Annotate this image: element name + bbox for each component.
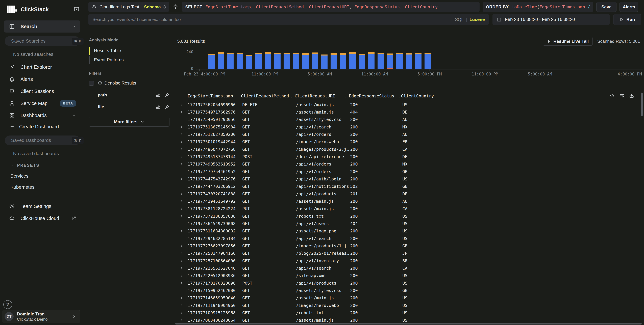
field-pin-icon[interactable] xyxy=(164,93,170,98)
histogram-bar[interactable] xyxy=(378,53,384,69)
more-filters-button[interactable]: More filters xyxy=(89,117,170,127)
collapse-sidebar-icon[interactable] xyxy=(74,6,80,12)
histogram-bar[interactable] xyxy=(236,53,243,69)
table-row[interactable]: 1771977257100864000GET/api/v1/inventory2… xyxy=(177,257,644,265)
table-row[interactable]: 1771977495137478144POST/docs/api-referen… xyxy=(177,153,644,160)
drag-handle-icon[interactable] xyxy=(237,94,240,98)
sidebar-item-chart-explorer[interactable]: Chart Explorer xyxy=(4,61,80,73)
view-source-icon[interactable] xyxy=(610,93,615,98)
user-menu[interactable]: DT Dominic Tran ClickStack Demo xyxy=(2,310,80,323)
expand-row-icon[interactable] xyxy=(180,147,184,151)
expand-row-icon[interactable] xyxy=(180,222,184,226)
field-chart-icon[interactable] xyxy=(156,93,161,98)
expand-row-icon[interactable] xyxy=(180,303,184,308)
table-row[interactable]: 1771977444703206912GET/api/v1/notificati… xyxy=(177,183,644,190)
create-dashboard-button[interactable]: Create Dashboard xyxy=(4,121,80,132)
expand-row-icon[interactable] xyxy=(180,214,184,218)
table-row[interactable]: 1771977429451649792GET/assets/main.js200… xyxy=(177,198,644,205)
expand-row-icon[interactable] xyxy=(180,259,184,263)
saved-dashboards-search[interactable]: ⌘ K xyxy=(5,135,80,145)
expand-row-icon[interactable] xyxy=(180,162,184,166)
table-row[interactable]: 1771977479754461952GET/api/v1/orders200G… xyxy=(177,168,644,175)
save-button[interactable]: Save xyxy=(596,2,616,12)
table-row[interactable]: 1771977496047072768GET/images/products/2… xyxy=(177,146,644,153)
sidebar-item-client-sessions[interactable]: Client Sessions xyxy=(4,85,80,97)
mode-event-patterns[interactable]: Event Patterns xyxy=(89,55,170,64)
sidebar-item-team-settings[interactable]: Team Settings xyxy=(4,200,80,212)
sidebar-item-service-map[interactable]: Service Map BETA xyxy=(4,97,80,109)
table-row[interactable]: 1771977146659959040GET/assets/main.js200… xyxy=(177,294,644,302)
field-pin-icon[interactable] xyxy=(164,104,170,109)
table-row[interactable]: 1771977225553527040GET/api/v1/search200C… xyxy=(177,265,644,272)
alerts-button[interactable]: Alerts xyxy=(620,2,638,12)
column-header-edgestarttimestamp[interactable]: EdgeStartTimestamp xyxy=(186,94,236,98)
expand-row-icon[interactable] xyxy=(180,318,184,322)
sidebar-item-clickhouse-cloud[interactable]: ClickHouse Cloud xyxy=(4,212,80,224)
expand-row-icon[interactable] xyxy=(180,155,184,159)
wrap-text-icon[interactable] xyxy=(619,93,624,98)
column-header-edgeresponsestatus[interactable]: EdgeResponseStatus xyxy=(344,94,397,98)
expand-row-icon[interactable] xyxy=(180,266,184,270)
column-header-clientrequestmethod[interactable]: ClientRequestMethod xyxy=(236,94,290,98)
histogram-bar[interactable] xyxy=(387,53,393,69)
table-row[interactable]: 1771977258347964160GET/blog/2025/01/rele… xyxy=(177,250,644,257)
histogram-bar[interactable] xyxy=(359,54,365,69)
language-toggle-lucene[interactable]: Lucene xyxy=(470,17,485,22)
histogram-bar[interactable] xyxy=(396,53,403,69)
histogram-bar[interactable] xyxy=(227,53,234,69)
histogram-bar[interactable] xyxy=(274,53,280,69)
histogram-bar[interactable] xyxy=(284,53,290,69)
presets-section-toggle[interactable]: PRESETS xyxy=(10,163,80,168)
table-row[interactable]: 1771977549717662976GET/assets/main.js404… xyxy=(177,108,644,116)
histogram-bar[interactable] xyxy=(406,53,412,69)
table-row[interactable]: 1771977447543742976GET/api/v1/auth/login… xyxy=(177,175,644,183)
resume-live-tail-button[interactable]: Resume Live Tail xyxy=(543,37,593,46)
horizontal-scrollbar[interactable] xyxy=(175,323,642,325)
histogram-bar[interactable] xyxy=(349,52,356,69)
histogram-bar[interactable] xyxy=(321,54,328,69)
table-row[interactable]: 1771977150952462080GET/assets/styles.css… xyxy=(177,287,644,294)
sidebar-item-search[interactable]: Search xyxy=(4,20,80,32)
sidebar-item-alerts[interactable]: Alerts xyxy=(4,73,80,85)
preset-item-services[interactable]: Services xyxy=(10,173,80,179)
table-row[interactable]: 1771977170170320896POST/api/v1/products2… xyxy=(177,279,644,287)
histogram-bar[interactable] xyxy=(246,55,252,69)
table-row[interactable]: 1771977364549739008GET/api/v1/users404US xyxy=(177,220,644,227)
table-row[interactable]: 1771977562054696960DELETE/assets/main.js… xyxy=(177,101,644,108)
drag-handle-icon[interactable] xyxy=(397,94,400,98)
saved-searches-search[interactable]: ⌘ K xyxy=(5,36,80,46)
download-icon[interactable] xyxy=(629,93,634,98)
table-row[interactable]: 1771977501019442944GET/images/hero.webp2… xyxy=(177,138,644,146)
expand-row-icon[interactable] xyxy=(180,237,184,241)
histogram-bar[interactable] xyxy=(265,52,271,69)
expand-row-icon[interactable] xyxy=(180,311,184,315)
table-row[interactable]: 1771977381128724224PUT/assets/main.js200… xyxy=(177,205,644,213)
expand-row-icon[interactable] xyxy=(180,170,184,174)
table-row[interactable]: 1771977513675145984GET/api/v1/search200M… xyxy=(177,123,644,131)
histogram-bar[interactable] xyxy=(256,53,262,69)
table-row[interactable]: 1771977111948904960GET/images/hero.webp2… xyxy=(177,302,644,309)
table-row[interactable]: 1771977109915123968GET/robots.txt200US xyxy=(177,309,644,317)
select-clause-editor[interactable]: SELECT EdgeStartTimestamp, ClientRequest… xyxy=(182,2,480,12)
histogram-bar[interactable] xyxy=(312,52,318,69)
drag-handle-icon[interactable] xyxy=(345,94,348,98)
vertical-scrollbar[interactable] xyxy=(641,93,643,116)
help-button[interactable]: ? xyxy=(3,300,12,309)
table-row[interactable]: 1771977220512903936GET/sitemap.xml200US xyxy=(177,272,644,279)
column-header-clientrequesturi[interactable]: ClientRequestURI xyxy=(290,94,344,98)
histogram-bar[interactable] xyxy=(340,53,346,69)
source-selector[interactable]: Cloudflare Logs Test Schema xyxy=(88,2,169,12)
expand-row-icon[interactable] xyxy=(180,207,184,211)
mode-results-table[interactable]: Results Table xyxy=(89,46,170,55)
table-row[interactable]: 1771977294632285184GET/api/v1/search200U… xyxy=(177,235,644,242)
time-range-picker[interactable]: Feb 23 16:38:20 - Feb 25 16:38:20 xyxy=(492,14,610,25)
event-search-box[interactable]: SQL | Lucene xyxy=(88,14,489,25)
column-header-clientcountry[interactable]: ClientCountry xyxy=(397,94,644,98)
table-row[interactable]: 1771977276623097856GET/images/products/1… xyxy=(177,242,644,250)
saved-searches-input[interactable] xyxy=(11,38,72,44)
histogram-bar[interactable] xyxy=(415,53,422,69)
field-chart-icon[interactable] xyxy=(156,104,161,109)
table-row[interactable]: 1771977490563613952GET/api/v1/orders200M… xyxy=(177,160,644,168)
table-row[interactable]: 1771977372136857088GET/robots.txt200US xyxy=(177,213,644,220)
table-row[interactable]: 1771977512627859200GET/api/v1/orders200A… xyxy=(177,131,644,138)
